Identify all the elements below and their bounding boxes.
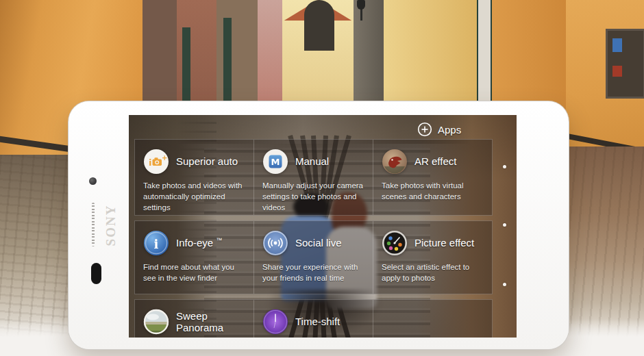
apps-button[interactable]: Apps [417,122,461,137]
manual-icon: M [262,149,288,175]
tile-info-eye[interactable]: i Info-eye ™ Find more about what you se… [135,221,253,294]
apps-button-label: Apps [438,124,461,136]
page-indicator-dot [503,283,506,286]
tile-label: AR effect [414,155,456,167]
tile-sweep-panorama[interactable]: Sweep Panorama [135,300,253,338]
picture-effect-palette-icon [382,230,408,256]
sony-logo: SONY [103,198,119,253]
grid-row-1: i + Superior auto Take photos and videos… [134,139,493,216]
tile-label: Superior auto [176,155,238,167]
speaker-grille [92,203,95,246]
tile-description: Share your experience with your friends … [262,262,366,283]
poster [478,0,491,116]
tile-description: Select an artistic effect to apply to ph… [382,262,485,283]
building-facade [143,0,177,116]
grid-row-3: Sweep Panorama [134,299,493,338]
tile-superior-auto[interactable]: i + Superior auto Take photos and videos… [135,140,253,215]
svg-text:+: + [162,154,167,162]
sweep-panorama-landscape-icon [143,309,169,335]
trademark-symbol: ™ [216,237,222,244]
cobblestone-right [566,147,644,337]
svg-text:M: M [271,157,280,167]
station-archway [304,0,334,51]
tile-manual[interactable]: M Manual Manually adjust your camera set… [253,140,373,215]
tile-description: Manually adjust your camera settings to … [262,180,366,213]
superior-auto-icon: i + [143,149,169,175]
camera-apps-grid: i + Superior auto Take photos and videos… [134,139,493,338]
tile-label: Sweep Panorama [176,310,247,334]
tile-label: Info-eye ™ [176,237,222,249]
tile-label: Time-shift [295,316,340,327]
tan-wall [384,0,477,116]
building-facade [216,0,258,116]
social-live-broadcast-icon [262,230,288,256]
tile-empty [373,300,492,338]
tile-label: Social live [295,237,342,249]
front-camera [89,177,97,185]
tile-ar-effect[interactable]: AR effect Take photos with virtual scene… [373,140,492,215]
shuttered-window-right [606,29,644,99]
plus-circle-icon [417,122,432,137]
tile-social-live[interactable]: Social live Share your experience with y… [253,221,373,294]
tile-time-shift[interactable]: Time-shift [253,300,373,338]
street-lamp-head [357,0,365,10]
tile-label: Picture effect [414,237,474,249]
info-eye-icon: i [143,230,169,256]
svg-text:i: i [149,157,151,168]
tile-description: Find more about what you see in the view… [143,262,247,283]
svg-text:i: i [154,237,159,251]
notification-led [91,263,101,284]
page-indicator-dot [503,223,506,227]
poster [612,38,622,52]
sony-xperia-phone: SONY Apps [69,101,569,349]
grid-row-2: i Info-eye ™ Find more about what you se… [134,220,493,294]
page-indicator-dot [503,165,506,168]
poster [612,66,622,77]
tile-description: Take photos and videos with automaticall… [143,180,247,213]
orange-wall-center [492,0,570,116]
time-shift-clock-icon [262,309,288,335]
tile-label: Manual [295,155,329,167]
tile-description: Take photos with virtual scenes and char… [382,180,485,202]
street-buildings [143,0,570,116]
phone-screen: Apps i + Superi [129,115,517,338]
building-facade [354,0,384,116]
ar-effect-dinosaur-icon [382,149,408,175]
tile-picture-effect[interactable]: Picture effect Select an artistic effect… [373,221,492,294]
